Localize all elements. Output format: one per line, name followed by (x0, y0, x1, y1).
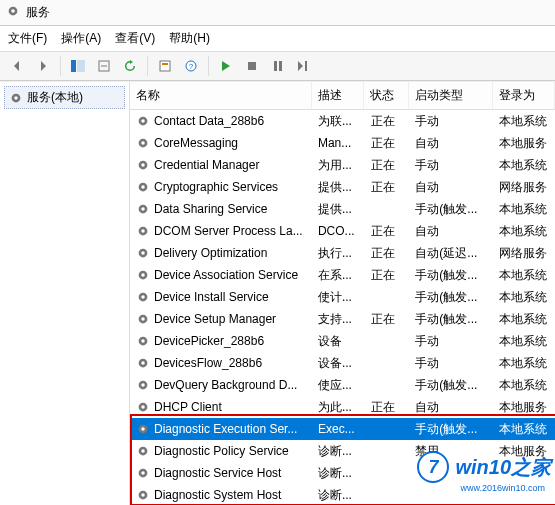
table-row[interactable]: Data Sharing Service提供...手动(触发...本地系统 (130, 198, 555, 220)
gear-icon (136, 158, 150, 172)
cell-desc: 为此... (312, 399, 365, 416)
export-button[interactable] (93, 55, 115, 77)
cell-desc: 诊断... (312, 487, 365, 504)
table-row[interactable]: Device Setup Manager支持...正在手动(触发...本地系统 (130, 308, 555, 330)
cell-desc: 诊断... (312, 465, 365, 482)
menu-help[interactable]: 帮助(H) (169, 30, 210, 47)
svg-point-32 (141, 295, 145, 299)
service-name: Diagnostic Policy Service (154, 444, 289, 458)
svg-point-28 (141, 251, 145, 255)
svg-point-48 (141, 471, 145, 475)
service-name: Device Setup Manager (154, 312, 276, 326)
cell-start: 手动 (409, 113, 492, 130)
service-name: Device Install Service (154, 290, 269, 304)
back-button[interactable] (6, 55, 28, 77)
svg-rect-2 (71, 60, 76, 72)
table-row[interactable]: Delivery Optimization执行...正在自动(延迟...网络服务 (130, 242, 555, 264)
cell-desc: 执行... (312, 245, 365, 262)
cell-desc: 为用... (312, 157, 365, 174)
col-start[interactable]: 启动类型 (409, 82, 492, 109)
table-row[interactable]: DevQuery Background D...使应...手动(触发...本地系… (130, 374, 555, 396)
refresh-button[interactable] (119, 55, 141, 77)
cell-name: Cryptographic Services (130, 180, 312, 194)
svg-point-26 (141, 229, 145, 233)
col-logon[interactable]: 登录为 (493, 82, 555, 109)
table-row[interactable]: DevicesFlow_288b6设备...手动本地系统 (130, 352, 555, 374)
table-row[interactable]: Cryptographic Services提供...正在自动网络服务 (130, 176, 555, 198)
forward-button[interactable] (32, 55, 54, 77)
svg-rect-5 (160, 61, 170, 71)
col-status[interactable]: 状态 (364, 82, 409, 109)
table-row[interactable]: Diagnostic Service Host诊断... (130, 462, 555, 484)
svg-point-46 (141, 449, 145, 453)
cell-name: Diagnostic Service Host (130, 466, 312, 480)
table-row[interactable]: DCOM Server Process La...DCO...正在自动本地系统 (130, 220, 555, 242)
tree-node-label: 服务(本地) (27, 89, 83, 106)
table-row[interactable]: Contact Data_288b6为联...正在手动本地系统 (130, 110, 555, 132)
table-row[interactable]: Device Install Service使计...手动(触发...本地系统 (130, 286, 555, 308)
cell-name: DCOM Server Process La... (130, 224, 312, 238)
cell-logon: 本地系统 (493, 333, 555, 350)
stop-service-button[interactable] (241, 55, 263, 77)
svg-point-30 (141, 273, 145, 277)
gear-icon (136, 334, 150, 348)
show-hide-tree-button[interactable] (67, 55, 89, 77)
cell-name: DevQuery Background D... (130, 378, 312, 392)
gear-icon (136, 180, 150, 194)
service-list: 名称 描述 状态 启动类型 登录为 Contact Data_288b6为联..… (130, 82, 555, 505)
cell-name: DevicePicker_288b6 (130, 334, 312, 348)
cell-start: 手动(触发... (409, 377, 492, 394)
svg-point-18 (141, 141, 145, 145)
pause-service-button[interactable] (267, 55, 289, 77)
start-service-button[interactable] (215, 55, 237, 77)
cell-logon: 本地系统 (493, 223, 555, 240)
cell-name: Data Sharing Service (130, 202, 312, 216)
cell-name: Diagnostic Execution Ser... (130, 422, 312, 436)
svg-point-1 (11, 9, 15, 13)
svg-point-40 (141, 383, 145, 387)
col-desc[interactable]: 描述 (312, 82, 365, 109)
cell-logon: 本地系统 (493, 311, 555, 328)
menu-file[interactable]: 文件(F) (8, 30, 47, 47)
cell-desc: 在系... (312, 267, 365, 284)
table-row[interactable]: CoreMessagingMan...正在自动本地服务 (130, 132, 555, 154)
menu-view[interactable]: 查看(V) (115, 30, 155, 47)
col-name[interactable]: 名称 (130, 82, 312, 109)
table-row[interactable]: Diagnostic System Host诊断... (130, 484, 555, 505)
cell-logon: 本地系统 (493, 377, 555, 394)
cell-name: Diagnostic System Host (130, 488, 312, 502)
svg-point-20 (141, 163, 145, 167)
cell-desc: 使计... (312, 289, 365, 306)
svg-point-50 (141, 493, 145, 497)
cell-name: Delivery Optimization (130, 246, 312, 260)
cell-logon: 网络服务 (493, 245, 555, 262)
service-name: DCOM Server Process La... (154, 224, 303, 238)
table-row[interactable]: Diagnostic Execution Ser...Exec...手动(触发.… (130, 418, 555, 440)
service-name: Credential Manager (154, 158, 259, 172)
table-row[interactable]: Device Association Service在系...正在手动(触发..… (130, 264, 555, 286)
app-icon (6, 4, 20, 21)
menu-action[interactable]: 操作(A) (61, 30, 101, 47)
cell-name: Device Install Service (130, 290, 312, 304)
cell-name: CoreMessaging (130, 136, 312, 150)
cell-start: 手动(触发... (409, 311, 492, 328)
restart-service-button[interactable] (293, 55, 315, 77)
cell-desc: 使应... (312, 377, 365, 394)
separator (147, 56, 148, 76)
service-name: Device Association Service (154, 268, 298, 282)
titlebar: 服务 (0, 0, 555, 26)
cell-start: 禁用 (409, 443, 492, 460)
table-row[interactable]: DevicePicker_288b6设备手动本地系统 (130, 330, 555, 352)
table-row[interactable]: Diagnostic Policy Service诊断...禁用本地服务 (130, 440, 555, 462)
help-button[interactable]: ? (180, 55, 202, 77)
gear-icon (136, 136, 150, 150)
table-row[interactable]: Credential Manager为用...正在手动本地系统 (130, 154, 555, 176)
gear-icon (136, 466, 150, 480)
properties-button[interactable] (154, 55, 176, 77)
gear-icon (136, 290, 150, 304)
gear-icon (136, 444, 150, 458)
cell-name: DHCP Client (130, 400, 312, 414)
gear-icon (136, 400, 150, 414)
table-row[interactable]: DHCP Client为此...正在自动本地服务 (130, 396, 555, 418)
tree-node-services-local[interactable]: 服务(本地) (4, 86, 125, 109)
